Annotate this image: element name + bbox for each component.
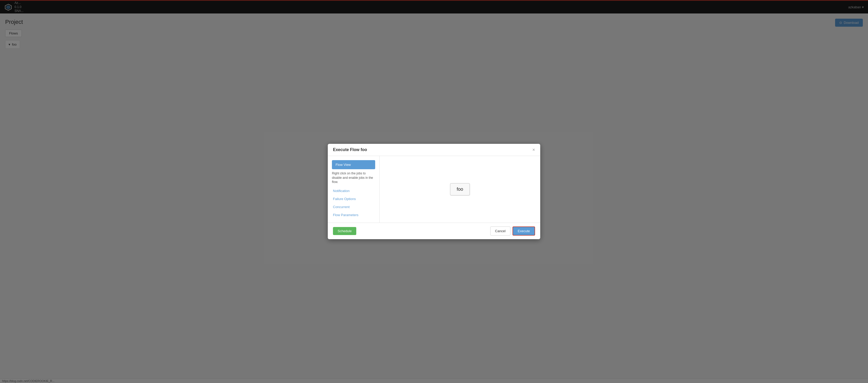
modal-close-button[interactable]: × <box>532 148 535 152</box>
modal-header: Execute Flow foo × <box>328 144 540 156</box>
flow-node-foo[interactable]: foo <box>450 183 469 195</box>
modal-sidebar: Flow View Right click on the jobs to dis… <box>328 156 380 223</box>
schedule-button[interactable]: Schedule <box>333 227 356 235</box>
modal-footer: Schedule Cancel Execute <box>328 223 540 239</box>
modal-overlay: Execute Flow foo × Flow View Right click… <box>0 0 868 383</box>
cancel-button[interactable]: Cancel <box>490 226 510 235</box>
modal-body: Flow View Right click on the jobs to dis… <box>328 156 540 223</box>
execute-flow-modal: Execute Flow foo × Flow View Right click… <box>328 144 540 239</box>
flow-parameters-link[interactable]: Flow Parameters <box>332 212 375 219</box>
concurrent-link[interactable]: Concurrent <box>332 203 375 211</box>
failure-options-link[interactable]: Failure Options <box>332 195 375 202</box>
modal-flow-view: foo <box>380 156 540 223</box>
notification-link[interactable]: Notification <box>332 187 375 194</box>
flow-view-hint: Right click on the jobs to disable and e… <box>332 171 375 184</box>
execute-button[interactable]: Execute <box>513 226 535 235</box>
modal-title: Execute Flow foo <box>333 148 367 152</box>
flow-view-button[interactable]: Flow View <box>332 160 375 169</box>
footer-right-actions: Cancel Execute <box>490 226 535 235</box>
